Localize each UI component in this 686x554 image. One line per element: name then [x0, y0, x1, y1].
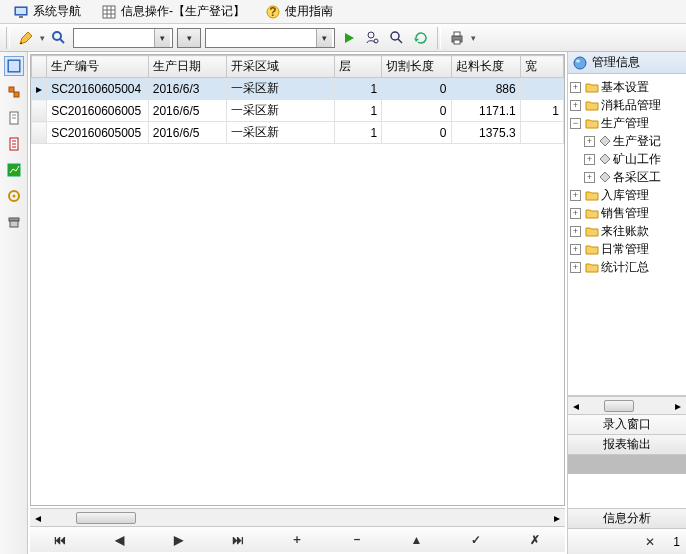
- table-row[interactable]: SC201606060052016/6/5一采区新101171.11: [32, 100, 564, 122]
- rail-doc-icon[interactable]: [4, 108, 24, 128]
- tree-sales[interactable]: +销售管理: [570, 204, 686, 222]
- rail-chart-icon[interactable]: [4, 160, 24, 180]
- dropdown-caret-icon[interactable]: ▾: [40, 33, 45, 43]
- cell[interactable]: 1171.1: [451, 100, 520, 122]
- tree-daily[interactable]: +日常管理: [570, 240, 686, 258]
- svg-point-37: [12, 195, 15, 198]
- filter-combo-3[interactable]: ▾: [205, 28, 335, 48]
- cell[interactable]: 0: [382, 78, 451, 100]
- zoom-button[interactable]: [49, 28, 69, 48]
- table-row[interactable]: ▸SC201606050042016/6/3一采区新10886: [32, 78, 564, 100]
- person-search-icon: [365, 30, 381, 46]
- rail-tools-icon[interactable]: [4, 186, 24, 206]
- filter-combo-3-input[interactable]: [206, 29, 316, 47]
- scroll-right-icon[interactable]: ▸: [670, 399, 686, 413]
- section-report-output[interactable]: 报表输出: [568, 434, 686, 454]
- nav-first-button[interactable]: ⏮: [45, 533, 75, 547]
- cell[interactable]: 886: [451, 78, 520, 100]
- cell[interactable]: 2016/6/5: [148, 122, 226, 144]
- scroll-left-icon[interactable]: ◂: [568, 399, 584, 413]
- section-info-analysis[interactable]: 信息分析: [568, 508, 686, 528]
- nav-last-button[interactable]: ⏭: [223, 533, 253, 547]
- link-icon: [7, 85, 21, 99]
- cell[interactable]: 1: [334, 100, 382, 122]
- chevron-down-icon[interactable]: ▾: [154, 29, 170, 47]
- cell[interactable]: 1: [334, 78, 382, 100]
- cell[interactable]: [520, 122, 563, 144]
- refresh-button[interactable]: [411, 28, 431, 48]
- nav-edit-button[interactable]: ▲: [401, 533, 431, 547]
- col-header[interactable]: 切割长度: [382, 56, 451, 78]
- scroll-right-icon[interactable]: ▸: [549, 510, 565, 526]
- cell[interactable]: 1: [334, 122, 382, 144]
- find-user-button[interactable]: [363, 28, 383, 48]
- col-header[interactable]: 生产日期: [148, 56, 226, 78]
- scroll-left-icon[interactable]: ◂: [30, 510, 46, 526]
- rail-archive-icon[interactable]: [4, 212, 24, 232]
- nav-next-button[interactable]: ▶: [164, 533, 194, 547]
- tree-inbound[interactable]: +入库管理: [570, 186, 686, 204]
- tree-stats[interactable]: +统计汇总: [570, 258, 686, 276]
- nav-tree[interactable]: +基本设置+消耗品管理−生产管理+生产登记+矿山工作+各采区工+入库管理+销售管…: [568, 74, 686, 396]
- filter-combo-1[interactable]: ▾: [73, 28, 173, 48]
- play-icon: [342, 31, 356, 45]
- dropdown-caret-icon[interactable]: ▾: [471, 33, 476, 43]
- data-grid[interactable]: 生产编号 生产日期 开采区域 层 切割长度 起料长度 宽 ▸SC20160605…: [30, 54, 565, 506]
- tree-consumable[interactable]: +消耗品管理: [570, 96, 686, 114]
- col-header[interactable]: 生产编号: [47, 56, 149, 78]
- section-entry-window[interactable]: 录入窗口: [568, 414, 686, 434]
- cell[interactable]: SC20160605004: [47, 78, 149, 100]
- cell[interactable]: 1: [520, 100, 563, 122]
- nav-prev-button[interactable]: ◀: [104, 533, 134, 547]
- nav-delete-button[interactable]: －: [342, 531, 372, 548]
- nav-cancel-button[interactable]: ✗: [520, 533, 550, 547]
- cell[interactable]: SC20160605005: [47, 122, 149, 144]
- tree-production[interactable]: −生产管理: [570, 114, 686, 132]
- rail-view-grid[interactable]: [4, 56, 24, 76]
- edit-button[interactable]: [16, 28, 36, 48]
- print-button[interactable]: [447, 28, 467, 48]
- nav-add-button[interactable]: ＋: [282, 531, 312, 548]
- tree-prod-reg[interactable]: +生产登记: [584, 132, 686, 150]
- cell[interactable]: [520, 78, 563, 100]
- cell[interactable]: SC20160606005: [47, 100, 149, 122]
- run-button[interactable]: [339, 28, 359, 48]
- svg-line-27: [13, 91, 15, 93]
- scroll-thumb[interactable]: [604, 400, 634, 412]
- cell[interactable]: 2016/6/5: [148, 100, 226, 122]
- chart-icon: [7, 163, 21, 177]
- svg-rect-39: [10, 221, 18, 227]
- col-header[interactable]: 宽: [520, 56, 563, 78]
- rail-link-icon[interactable]: [4, 82, 24, 102]
- tab-guide[interactable]: ? 使用指南: [256, 1, 342, 23]
- grid-horizontal-scrollbar[interactable]: ◂ ▸: [30, 508, 565, 526]
- footer-close-icon[interactable]: ✕: [645, 535, 655, 549]
- cell[interactable]: 0: [382, 122, 451, 144]
- tab-info-operation[interactable]: 信息操作-【生产登记】: [92, 1, 254, 23]
- tab-system-nav[interactable]: 系统导航: [4, 1, 90, 23]
- tree-horizontal-scrollbar[interactable]: ◂ ▸: [568, 396, 686, 414]
- chevron-down-icon[interactable]: ▾: [178, 29, 200, 47]
- table-row[interactable]: SC201606050052016/6/5一采区新101375.3: [32, 122, 564, 144]
- cell[interactable]: 一采区新: [226, 122, 334, 144]
- col-header[interactable]: 开采区域: [226, 56, 334, 78]
- col-header[interactable]: 起料长度: [451, 56, 520, 78]
- tree-accounts[interactable]: +来往账款: [570, 222, 686, 240]
- right-panel-title: 管理信息: [592, 54, 640, 71]
- find-button[interactable]: [387, 28, 407, 48]
- chevron-down-icon[interactable]: ▾: [316, 29, 332, 47]
- tree-area-work[interactable]: +各采区工: [584, 168, 686, 186]
- tree-mine-work[interactable]: +矿山工作: [584, 150, 686, 168]
- nav-confirm-button[interactable]: ✓: [461, 533, 491, 547]
- filter-combo-1-input[interactable]: [74, 29, 154, 47]
- filter-combo-2[interactable]: ▾: [177, 28, 201, 48]
- tree-basic[interactable]: +基本设置: [570, 78, 686, 96]
- cell[interactable]: 1375.3: [451, 122, 520, 144]
- cell[interactable]: 2016/6/3: [148, 78, 226, 100]
- cell[interactable]: 一采区新: [226, 78, 334, 100]
- cell[interactable]: 一采区新: [226, 100, 334, 122]
- scroll-thumb[interactable]: [76, 512, 136, 524]
- col-header[interactable]: 层: [334, 56, 382, 78]
- rail-report-icon[interactable]: [4, 134, 24, 154]
- cell[interactable]: 0: [382, 100, 451, 122]
